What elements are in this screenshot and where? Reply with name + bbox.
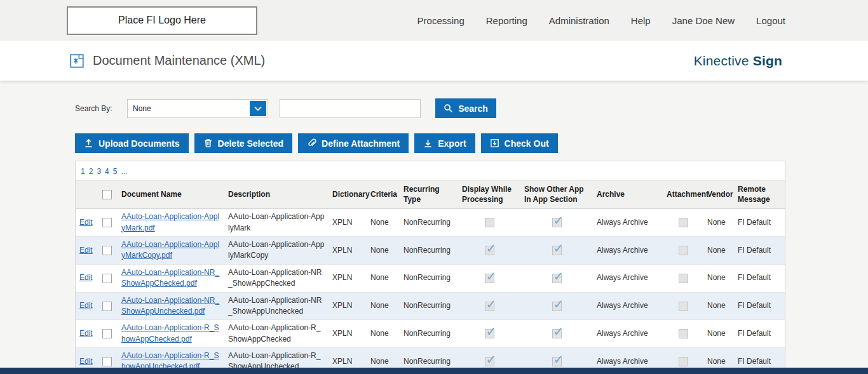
page-link-5[interactable]: 5 <box>113 167 118 176</box>
header-display-while-processing: Display While Processing <box>458 181 520 209</box>
edit-link[interactable]: Edit <box>79 246 93 255</box>
delete-selected-button[interactable]: Delete Selected <box>194 133 293 153</box>
edit-link[interactable]: Edit <box>79 301 93 310</box>
export-label: Export <box>438 138 466 149</box>
header-archive: Archive <box>593 181 663 209</box>
dictionary-cell: XPLN <box>332 273 352 282</box>
paperclip-icon <box>307 138 316 148</box>
document-name-link[interactable]: AAuto-Loan-Application-R_ShowAppChecked.… <box>121 323 219 343</box>
recurring-type-cell: NonRecurring <box>403 301 451 310</box>
nav-item-user[interactable]: Jane Doe New <box>672 15 735 26</box>
edit-link[interactable]: Edit <box>79 218 93 227</box>
document-name-link[interactable]: AAuto-Loan-Application-NR_ShowAppChecked… <box>121 268 219 288</box>
define-attachment-label: Define Attachment <box>322 138 400 149</box>
edit-link[interactable]: Edit <box>79 357 93 366</box>
criteria-cell: None <box>370 273 389 282</box>
row-checkbox[interactable] <box>102 246 112 255</box>
brand-suffix: Sign <box>753 53 782 68</box>
page-link-4[interactable]: 4 <box>105 167 109 176</box>
description-cell: AAuto-Loan-Application-ApplyMarkCopy <box>228 240 324 260</box>
search-input[interactable] <box>280 99 421 118</box>
attachment-checkbox <box>679 302 688 311</box>
edit-link[interactable]: Edit <box>79 273 93 282</box>
vendor-cell: None <box>707 329 726 338</box>
table-row: Edit AAuto-Loan-Application-NR_ShowAppUn… <box>76 292 785 320</box>
upload-documents-button[interactable]: Upload Documents <box>75 133 189 153</box>
document-name-link[interactable]: AAuto-Loan-Application-NR_ShowAppUncheck… <box>121 296 219 316</box>
nav-item-administration[interactable]: Administration <box>549 15 609 26</box>
toolbar: Upload Documents Delete Selected Define … <box>75 133 868 153</box>
row-checkbox[interactable] <box>102 218 112 227</box>
search-button-label: Search <box>458 104 488 114</box>
dictionary-cell: XPLN <box>332 357 352 366</box>
document-table-body: Edit AAuto-Loan-Application-ApplyMark.pd… <box>76 209 785 374</box>
dictionary-cell: XPLN <box>332 246 352 255</box>
header-criteria: Criteria <box>367 181 400 209</box>
page-link-1[interactable]: 1 <box>81 167 85 176</box>
fi-logo-text: Place FI Logo Here <box>118 15 206 26</box>
criteria-cell: None <box>370 329 389 338</box>
checkout-icon <box>490 138 499 148</box>
dictionary-cell: XPLN <box>332 329 352 338</box>
table-row: Edit AAuto-Loan-Application-ApplyMark.pd… <box>76 209 785 237</box>
attachment-checkbox <box>679 218 688 227</box>
recurring-type-cell: NonRecurring <box>403 218 451 227</box>
archive-cell: Always Archive <box>597 301 648 310</box>
row-checkbox[interactable] <box>102 274 112 283</box>
criteria-cell: None <box>370 218 389 227</box>
documents-table: Document Name Description Dictionary Cri… <box>76 180 785 374</box>
nav-item-processing[interactable]: Processing <box>417 15 465 26</box>
display-while-processing-checkbox <box>485 246 494 255</box>
document-grid: 1 2 3 4 5 ... Document Name <box>75 161 785 374</box>
recurring-type-cell: NonRecurring <box>403 246 451 255</box>
check-out-button[interactable]: Check Out <box>481 133 558 153</box>
title-bar: Document Maintenance (XML) Kinective Sig… <box>0 41 868 81</box>
header-document-name: Document Name <box>118 181 224 209</box>
header-show-other-app: Show Other App In App Section <box>520 181 593 209</box>
upload-icon <box>84 138 93 148</box>
edit-link[interactable]: Edit <box>79 329 93 338</box>
search-button[interactable]: Search <box>435 98 496 118</box>
archive-cell: Always Archive <box>597 246 648 255</box>
page-link-3[interactable]: 3 <box>97 167 101 176</box>
nav-item-reporting[interactable]: Reporting <box>486 15 527 26</box>
display-while-processing-checkbox <box>485 357 494 366</box>
remote-message-cell: FI Default <box>738 329 771 338</box>
description-cell: AAuto-Loan-Application-ApplyMark <box>228 212 324 232</box>
search-by-label: Search By: <box>75 104 127 113</box>
select-all-checkbox[interactable] <box>102 190 112 199</box>
show-other-app-checkbox <box>552 218 562 227</box>
define-attachment-button[interactable]: Define Attachment <box>298 133 409 153</box>
archive-cell: Always Archive <box>597 329 648 338</box>
table-header-row: Document Name Description Dictionary Cri… <box>76 181 785 209</box>
search-by-dropdown[interactable]: None <box>127 99 268 118</box>
upload-documents-label: Upload Documents <box>98 138 180 149</box>
row-checkbox[interactable] <box>102 357 112 366</box>
document-name-link[interactable]: AAuto-Loan-Application-ApplyMark.pdf <box>121 212 219 232</box>
footer-bar <box>0 368 868 374</box>
header-edit <box>76 181 98 209</box>
document-xml-icon <box>69 53 85 69</box>
vendor-cell: None <box>707 246 726 255</box>
vendor-cell: None <box>707 218 726 227</box>
document-name-link[interactable]: AAuto-Loan-Application-ApplyMarkCopy.pdf <box>121 240 219 260</box>
row-checkbox[interactable] <box>102 302 112 311</box>
row-checkbox[interactable] <box>102 329 112 338</box>
criteria-cell: None <box>370 246 389 255</box>
export-button[interactable]: Export <box>414 133 475 153</box>
page-link-more[interactable]: ... <box>121 167 127 176</box>
header-dictionary: Dictionary <box>329 181 367 209</box>
remote-message-cell: FI Default <box>738 357 771 366</box>
chevron-down-icon[interactable] <box>250 101 266 116</box>
vendor-cell: None <box>707 357 726 366</box>
page-link-2[interactable]: 2 <box>89 167 93 176</box>
header-attachment: Attachment <box>663 181 703 209</box>
nav-item-help[interactable]: Help <box>631 15 651 26</box>
archive-cell: Always Archive <box>597 218 648 227</box>
show-other-app-checkbox <box>552 274 562 283</box>
main-nav: Processing Reporting Administration Help… <box>417 15 785 26</box>
search-icon <box>444 104 453 113</box>
remote-message-cell: FI Default <box>738 273 771 282</box>
nav-item-logout[interactable]: Logout <box>756 15 785 26</box>
recurring-type-cell: NonRecurring <box>403 273 451 282</box>
